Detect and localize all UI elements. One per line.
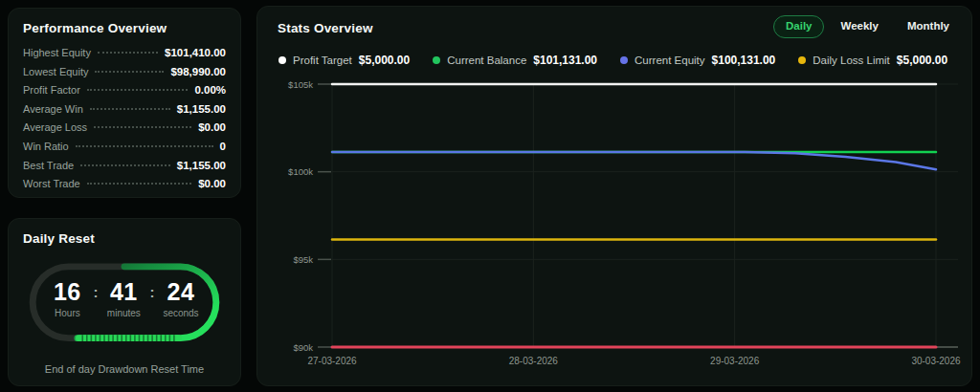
legend-label: Current Balance	[447, 54, 526, 66]
dotted-leader	[95, 71, 164, 73]
stat-label: Win Ratio	[23, 141, 69, 152]
performance-overview-panel: Performance Overview Highest Equity $101…	[8, 8, 241, 198]
stat-row-win-ratio: Win Ratio 0	[23, 141, 226, 152]
stat-value: $0.00	[198, 121, 226, 133]
legend-value: $100,131.00	[712, 54, 776, 67]
svg-text:28-03-2026: 28-03-2026	[509, 356, 559, 366]
dotted-leader	[87, 89, 188, 91]
legend-item-profit-target: Profit Target $5,000.00	[278, 54, 410, 67]
stat-label: Best Trade	[23, 160, 74, 171]
stat-row-best-trade: Best Trade $1,155.00	[23, 160, 226, 171]
stat-value: $1,155.00	[177, 160, 226, 171]
svg-text:$100k: $100k	[288, 166, 313, 177]
stat-label: Lowest Equity	[23, 66, 88, 77]
legend-item-daily-loss-limit: Daily Loss Limit $5,000.00	[798, 54, 947, 67]
stat-row-lowest-equity: Lowest Equity $98,990.00	[23, 66, 226, 77]
timer-minutes: 41 minutes	[106, 280, 141, 318]
daily-reset-panel: Daily Reset 16 Hours :	[8, 218, 241, 386]
svg-text:30-03-2026: 30-03-2026	[911, 356, 961, 366]
stat-label: Average Loss	[23, 121, 87, 133]
svg-text:$95k: $95k	[293, 254, 313, 265]
legend-dot-icon	[620, 56, 628, 64]
dotted-leader	[87, 183, 192, 185]
stat-row-average-win: Average Win $1,155.00	[23, 103, 226, 115]
timer-hours-label: Hours	[50, 308, 84, 318]
legend-item-current-balance: Current Balance $101,131.00	[433, 54, 597, 67]
chart-legend: Profit Target $5,000.00 Current Balance …	[278, 54, 947, 67]
stat-value: $101,410.00	[165, 47, 226, 58]
equity-line-chart: 27-03-202628-03-202629-03-202630-03-2026…	[257, 74, 973, 381]
timer-separator: :	[149, 280, 154, 318]
dotted-leader	[98, 52, 158, 54]
legend-item-current-equity: Current Equity $100,131.00	[620, 54, 775, 67]
timer-seconds-value: 24	[163, 280, 198, 304]
reset-caption: End of day Drawdown Reset Time	[9, 363, 240, 375]
stat-value: $98,990.00	[170, 66, 226, 77]
stat-row-average-loss: Average Loss $0.00	[23, 121, 226, 133]
stat-value: $0.00	[198, 178, 226, 189]
countdown-gauge: 16 Hours : 41 minutes : 24 seconds	[25, 258, 224, 346]
timer-hours: 16 Hours	[50, 280, 84, 318]
legend-dot-icon	[433, 56, 440, 64]
legend-label: Current Equity	[635, 54, 705, 66]
timer-seconds: 24 seconds	[163, 280, 198, 318]
stat-label: Worst Trade	[23, 178, 80, 189]
svg-text:$90k: $90k	[293, 342, 313, 353]
dotted-leader	[94, 126, 191, 128]
legend-dot-icon	[798, 56, 806, 64]
timer-hours-value: 16	[50, 280, 84, 304]
performance-rows: Highest Equity $101,410.00 Lowest Equity…	[23, 47, 226, 189]
stats-overview-panel: Stats Overview Daily Weekly Monthly Prof…	[256, 6, 972, 386]
countdown-timer: 16 Hours : 41 minutes : 24 seconds	[25, 280, 224, 318]
legend-value: $5,000.00	[897, 54, 947, 67]
timer-minutes-label: minutes	[106, 308, 141, 318]
stat-label: Average Win	[23, 103, 83, 115]
dotted-leader	[76, 145, 213, 147]
performance-overview-title: Performance Overview	[23, 21, 226, 35]
stat-value: 0	[220, 141, 226, 152]
stat-value: $1,155.00	[177, 103, 226, 115]
period-tabs: Daily Weekly Monthly	[773, 15, 962, 38]
tab-monthly[interactable]: Monthly	[895, 15, 962, 38]
legend-label: Daily Loss Limit	[813, 54, 890, 66]
stats-overview-title: Stats Overview	[278, 21, 373, 35]
dotted-leader	[90, 108, 170, 110]
timer-seconds-label: seconds	[163, 308, 198, 318]
tab-daily[interactable]: Daily	[773, 15, 825, 38]
stat-value: 0.00%	[194, 84, 226, 96]
svg-text:$105k: $105k	[288, 79, 313, 90]
tab-weekly[interactable]: Weekly	[828, 15, 890, 38]
stat-row-profit-factor: Profit Factor 0.00%	[23, 84, 226, 96]
legend-value: $101,131.00	[533, 54, 597, 67]
stat-row-highest-equity: Highest Equity $101,410.00	[23, 47, 226, 58]
legend-label: Profit Target	[293, 54, 352, 66]
timer-separator: :	[93, 280, 98, 318]
legend-dot-icon	[278, 56, 286, 64]
svg-text:29-03-2026: 29-03-2026	[710, 356, 760, 366]
daily-reset-title: Daily Reset	[23, 231, 226, 246]
stat-label: Profit Factor	[23, 84, 80, 96]
svg-text:27-03-2026: 27-03-2026	[307, 356, 357, 366]
stat-row-worst-trade: Worst Trade $0.00	[23, 178, 226, 189]
legend-value: $5,000.00	[359, 54, 410, 67]
stat-label: Highest Equity	[23, 47, 91, 58]
dotted-leader	[80, 164, 170, 166]
timer-minutes-value: 41	[106, 280, 141, 304]
